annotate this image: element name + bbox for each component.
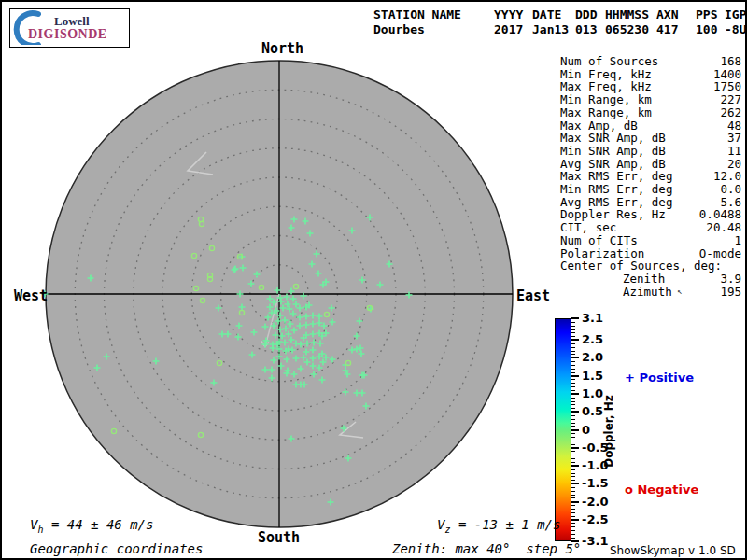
stat-row: Max Freq, kHz1750 — [560, 80, 741, 93]
stat-row: CIT, sec20.48 — [560, 221, 741, 234]
positive-legend-label: + Positive — [625, 371, 694, 385]
stat-row: Min RMS Err, deg0.0 — [560, 183, 741, 196]
stat-label: Min SNR Amp, dB — [560, 145, 666, 158]
stat-label: Doppler Res, Hz — [560, 208, 666, 221]
colorbar-major-tick — [571, 393, 579, 395]
stat-label: Polarization — [560, 247, 644, 260]
stat-value: 168 — [720, 55, 741, 68]
stat-row: Max SNR Amp, dB37 — [560, 132, 741, 145]
stat-label: Min RMS Err, deg — [560, 183, 672, 196]
colorbar-tick-label: 2.5 — [582, 332, 603, 346]
showskymap-window: Lowell DIGISONDE STATION NAMEYYYYDATEDDD… — [0, 0, 747, 560]
stat-label: Min Range, km — [560, 93, 652, 106]
colorbar-major-tick — [571, 357, 579, 358]
stat-value: O-mode — [699, 247, 741, 260]
colorbar-major-tick — [571, 519, 579, 521]
stat-value: 37 — [727, 132, 741, 145]
stat-value: 0.0488 — [699, 208, 741, 221]
colorbar-tick-label: -2.5 — [582, 512, 608, 526]
stat-row: Max Range, km262 — [560, 106, 741, 119]
stat-row: Max Amp, dB48 — [560, 119, 741, 133]
stat-row: Doppler Res, Hz0.0488 — [560, 208, 741, 221]
stat-label: Min Freq, kHz — [560, 68, 652, 81]
horizontal-velocity-readout: Vh = 44 ± 46 m/s — [30, 517, 153, 535]
stat-label: Max Amp, dB — [560, 119, 638, 133]
stat-value: 3.9 — [720, 273, 741, 286]
compass-south-label: South — [258, 529, 300, 546]
stat-label: Avg SNR Amp, dB — [560, 158, 666, 171]
stat-row: Zenith3.9 — [560, 273, 741, 286]
stat-value: 195 — [720, 286, 741, 299]
stat-value: 0.0 — [720, 183, 741, 196]
stat-label: Num of CITs — [560, 234, 638, 247]
stat-value: 5.6 — [720, 196, 741, 209]
stat-row: Avg SNR Amp, dB20 — [560, 158, 741, 171]
colorbar-tick-label: 2.0 — [582, 351, 603, 365]
zenith-range-note: Zenith: max 40° step 5° — [392, 541, 581, 556]
colorbar-major-tick — [571, 465, 579, 467]
colorbar-major-tick — [571, 501, 579, 503]
stat-label: Num of Sources — [560, 55, 658, 68]
colorbar-major-tick — [571, 317, 579, 319]
stat-value: 11 — [727, 145, 741, 158]
compass-east-label: East — [516, 287, 550, 304]
stat-row: Avg RMS Err, deg5.6 — [560, 196, 741, 209]
stat-label: Avg RMS Err, deg — [560, 196, 672, 209]
colorbar-tick-label: 1.5 — [582, 369, 603, 383]
colorbar-axis-title: Doppler, Hz — [602, 395, 615, 468]
colorbar-tick-label: 0.5 — [582, 404, 603, 418]
stat-label: Max Freq, kHz — [560, 80, 652, 93]
stat-label: Max Range, km — [560, 106, 652, 119]
colorbar-major-tick — [571, 339, 579, 341]
stat-row: Azimuth ↖195 — [560, 286, 741, 299]
coordinate-system-label: Geographic coordinates — [30, 541, 203, 556]
stat-row: Min Freq, kHz1400 — [560, 68, 741, 81]
stat-value: 1 — [734, 234, 741, 247]
colorbar-tick-label: 0 — [582, 423, 590, 437]
colorbar-major-tick — [571, 429, 579, 431]
colorbar-tick-label: 1.0 — [582, 386, 603, 400]
stat-row: Min SNR Amp, dB11 — [560, 145, 741, 158]
stat-value: 1750 — [713, 80, 741, 93]
colorbar-tick-label: 3.1 — [582, 311, 603, 325]
stat-label: Max RMS Err, deg — [560, 170, 672, 183]
stat-value: 227 — [720, 93, 741, 106]
negative-legend-label: o Negative — [625, 483, 698, 497]
doppler-colorbar — [555, 318, 571, 541]
colorbar-major-tick — [571, 411, 579, 413]
colorbar-tick-label: -2.0 — [582, 495, 608, 509]
stat-row: Num of Sources168 — [560, 55, 741, 68]
stat-label: Azimuth ↖ — [560, 286, 683, 299]
stat-row: Center of Sources, deg: — [560, 259, 741, 273]
stat-label: CIT, sec — [560, 221, 616, 234]
azimuth-arrow-icon: ↖ — [672, 287, 683, 296]
stat-label: Center of Sources, deg: — [560, 259, 722, 273]
colorbar-major-tick — [571, 375, 579, 377]
stat-row: Num of CITs1 — [560, 234, 741, 247]
colorbar-tick-label: -1.5 — [582, 477, 608, 491]
colorbar-major-tick — [571, 483, 579, 484]
stat-value: 12.0 — [713, 170, 741, 183]
colorbar-major-tick — [571, 447, 579, 449]
stat-label: Zenith — [560, 273, 665, 286]
colorbar-tick-label: -3.1 — [582, 534, 608, 548]
stat-value: 20.48 — [706, 221, 741, 234]
stat-row: PolarizationO-mode — [560, 247, 741, 260]
statistics-panel: Num of Sources168Min Freq, kHz1400Max Fr… — [560, 55, 741, 298]
stat-label: Max SNR Amp, dB — [560, 132, 666, 145]
stat-value: 48 — [727, 119, 741, 133]
compass-north-label: North — [261, 40, 303, 57]
compass-west-label: West — [14, 287, 48, 304]
app-version-label: ShowSkymap v 1.0 SD v 5.1 — [610, 544, 745, 560]
stat-value: 20 — [727, 158, 741, 171]
stat-row: Max RMS Err, deg12.0 — [560, 170, 741, 183]
vertical-velocity-readout: Vz = -13 ± 1 m/s — [437, 517, 560, 535]
stat-row: Min Range, km227 — [560, 93, 741, 106]
stat-value: 262 — [720, 106, 741, 119]
stat-value: 1400 — [713, 68, 741, 81]
